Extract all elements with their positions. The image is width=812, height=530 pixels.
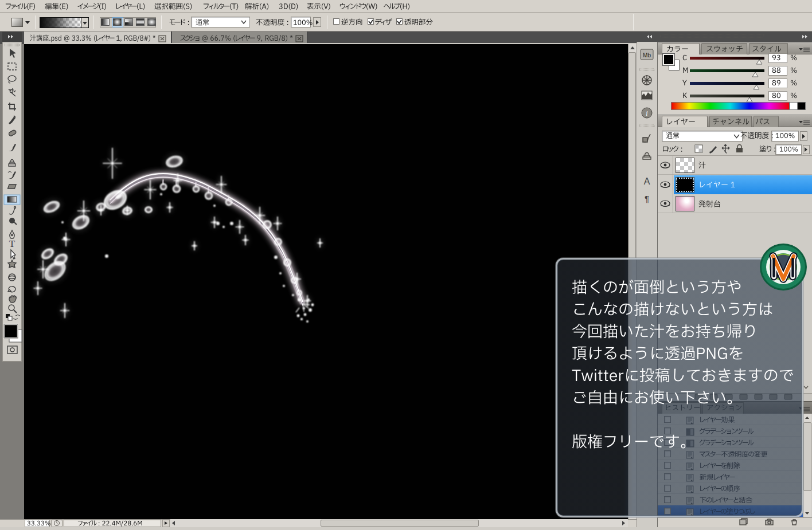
svg-text:T: T	[9, 238, 15, 249]
svg-text:i: i	[646, 109, 647, 117]
svg-text:A: A	[644, 176, 650, 186]
svg-text:¶: ¶	[645, 194, 649, 203]
svg-text:Mb: Mb	[643, 52, 651, 58]
